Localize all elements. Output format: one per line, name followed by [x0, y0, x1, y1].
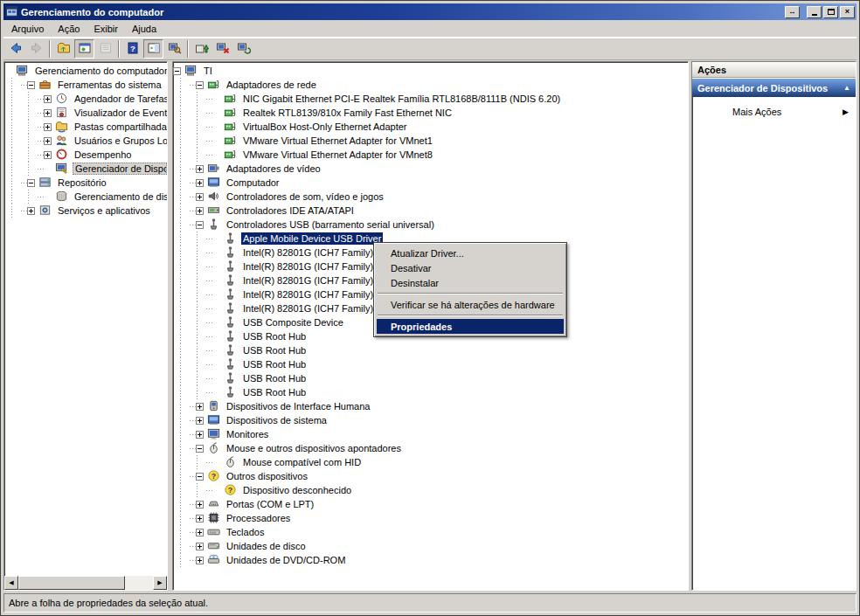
tree-item[interactable]: Desempenho [4, 148, 167, 162]
expand-toggle[interactable] [196, 417, 204, 425]
tree-item[interactable]: Processadores [173, 511, 688, 525]
tree-item[interactable]: Gerenciador de Dispositivos [4, 162, 167, 176]
scroll-left-button[interactable]: ◀ [4, 576, 18, 590]
context-menu-item-desativar[interactable]: Desativar [377, 260, 564, 275]
action-item-mais-ac-o-es[interactable]: Mais Ações▶ [692, 104, 856, 120]
tree-item[interactable]: Ferramentas do sistema [4, 78, 167, 92]
scan-hardware-changes-button[interactable] [164, 39, 184, 59]
tree-item[interactable]: Adaptadores de vídeo [173, 162, 688, 176]
menu-item-exibir[interactable]: Exibir [87, 21, 125, 37]
tree-item[interactable]: Pastas compartilhadas [4, 120, 167, 134]
tree-item[interactable]: Teclados [173, 525, 688, 539]
expand-toggle[interactable] [196, 403, 204, 411]
forward-button[interactable] [26, 39, 46, 59]
collapse-toggle[interactable] [27, 81, 35, 89]
tree-item[interactable]: Gerenciamento de disco [4, 190, 167, 204]
tree-item[interactable]: VMware Virtual Ethernet Adapter for VMne… [173, 148, 688, 162]
tree-item[interactable]: Dispositivos de Interface Humana [173, 399, 688, 413]
collapse-toggle[interactable] [196, 473, 204, 481]
expand-toggle[interactable] [196, 501, 204, 509]
close-button[interactable]: × [840, 6, 855, 18]
update-driver-button[interactable] [191, 39, 212, 59]
tree-item[interactable]: Controladores USB (barramento serial uni… [173, 218, 688, 232]
tree-item[interactable]: Usuários e Grupos Locais [4, 134, 167, 148]
expand-toggle[interactable] [196, 557, 204, 564]
tree-item[interactable]: ?Outros dispositivos [173, 469, 688, 483]
tree-item[interactable]: Visualizador de Eventos [4, 106, 167, 120]
scroll-right-button[interactable]: ▶ [153, 576, 167, 590]
disable-device-button[interactable] [212, 39, 232, 59]
tree-item[interactable]: Adaptadores de rede [173, 78, 688, 92]
tree-connector [206, 350, 212, 351]
expand-toggle[interactable] [196, 543, 204, 550]
uninstall-device-button[interactable] [233, 39, 253, 59]
processor-device-icon [207, 511, 221, 525]
title-bar[interactable]: Gerenciamento do computador ↔ × [3, 3, 857, 20]
tree-item[interactable]: Controladores IDE ATA/ATAPI [173, 204, 688, 218]
window-title: Gerenciamento do computador [21, 7, 785, 17]
expand-toggle[interactable] [196, 179, 204, 187]
expand-toggle[interactable] [196, 529, 204, 536]
tree-item[interactable]: USB Root Hub [173, 385, 688, 399]
tree-item[interactable]: Dispositivos de sistema [173, 413, 688, 427]
context-menu-item-atualizar-driver[interactable]: Atualizar Driver... [377, 246, 564, 260]
collapse-toggle[interactable] [196, 445, 204, 453]
back-button[interactable] [5, 39, 25, 59]
tree-item[interactable]: USB Root Hub [173, 343, 688, 357]
tree-item[interactable]: USB Root Hub [173, 371, 688, 385]
expand-toggle[interactable] [44, 95, 52, 103]
scrollbar-thumb[interactable] [18, 576, 125, 590]
tree-item[interactable]: Portas (COM e LPT) [173, 497, 688, 511]
menu-item-acao[interactable]: Ação [51, 21, 87, 37]
show-console-tree-button[interactable] [53, 39, 73, 59]
tree-item[interactable]: Mouse compatível com HID [173, 455, 688, 469]
maximize-button[interactable] [823, 6, 838, 18]
help-button[interactable]: ? [122, 39, 142, 59]
expand-toggle[interactable] [196, 515, 204, 523]
context-menu-item-propriedades[interactable]: Propriedades [377, 319, 564, 334]
tree-item[interactable]: VMware Virtual Ethernet Adapter for VMne… [173, 134, 688, 148]
expand-toggle[interactable] [44, 123, 52, 131]
tree-item[interactable]: Monitores [173, 427, 688, 441]
expand-toggle[interactable] [196, 431, 204, 439]
tree-item[interactable]: Repositório [4, 176, 167, 190]
tree-item[interactable]: TI [173, 64, 688, 78]
expand-toggle[interactable] [44, 109, 52, 117]
tree-item[interactable]: Unidades de DVD/CD-ROM [173, 553, 688, 567]
expand-toggle[interactable] [196, 207, 204, 215]
show-action-pane-button[interactable] [143, 39, 163, 59]
tree-item[interactable]: NIC Gigabit Ethernet PCI-E Realtek Famíl… [173, 92, 688, 106]
tree-item[interactable]: USB Root Hub [173, 357, 688, 371]
tree-item[interactable]: Unidades de disco [173, 539, 688, 553]
expand-toggle[interactable] [44, 151, 52, 159]
tree-connector [206, 308, 212, 309]
context-menu-item-desinstalar[interactable]: Desinstalar [377, 275, 564, 290]
tree-item[interactable]: Controladores de som, vídeo e jogos [173, 190, 688, 204]
tree-item[interactable]: Serviços e aplicativos [4, 204, 167, 218]
tree-item[interactable]: Mouse e outros dispositivos apontadores [173, 441, 688, 455]
console-window-button[interactable] [74, 39, 94, 59]
tree-item[interactable]: ?Dispositivo desconhecido [173, 483, 688, 497]
tree-item[interactable]: Gerenciamento do computador (lo [4, 64, 167, 78]
resize-button[interactable]: ↔ [785, 6, 800, 18]
expand-toggle[interactable] [44, 137, 52, 145]
expand-toggle[interactable] [196, 193, 204, 201]
tree-item[interactable]: Realtek RTL8139/810x Family Fast Etherne… [173, 106, 688, 120]
menu-item-arquivo[interactable]: Arquivo [4, 21, 51, 37]
collapse-toggle[interactable] [196, 81, 204, 89]
expand-toggle[interactable] [196, 165, 204, 173]
export-list-button[interactable] [95, 39, 115, 59]
actions-group-header[interactable]: Gerenciador de Dispositivos ▲ [692, 78, 856, 97]
tree-item[interactable]: Agendador de Tarefas [4, 92, 167, 106]
expand-toggle[interactable] [27, 207, 35, 215]
minimize-button[interactable] [807, 6, 822, 18]
collapse-toggle[interactable] [27, 179, 35, 187]
context-menu-item-verificar-se-ha-alterac-o-es-de-hardware[interactable]: Verificar se há alterações de hardware [377, 297, 564, 312]
scrollbar-track[interactable] [125, 576, 153, 590]
collapse-toggle[interactable] [196, 221, 204, 229]
tree-guide [190, 246, 206, 260]
tree-item[interactable]: VirtualBox Host-Only Ethernet Adapter [173, 120, 688, 134]
tree-item[interactable]: Computador [173, 176, 688, 190]
menu-item-ajuda[interactable]: Ajuda [125, 21, 163, 37]
collapse-toggle[interactable] [173, 67, 181, 75]
